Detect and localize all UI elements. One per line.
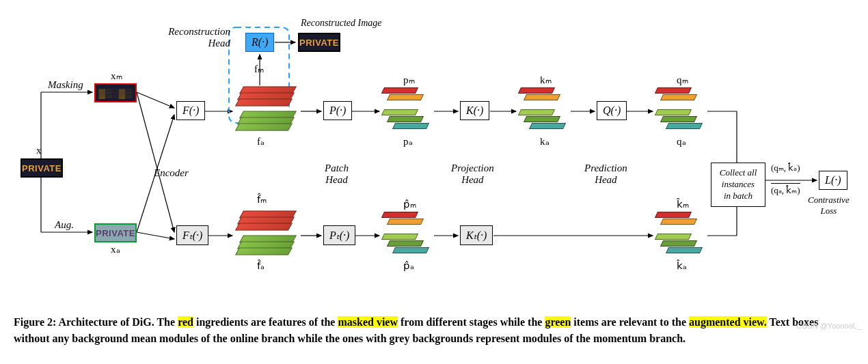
label-pair1: (qₘ, k̂ₐ) (771, 163, 800, 173)
recon-img-box: PRIVATE (298, 33, 340, 52)
label-ka-hat: k̂ₐ (677, 260, 687, 272)
figure-caption: Figure 2: Architecture of DiG. The red i… (14, 314, 854, 347)
label-ka: kₐ (540, 135, 550, 148)
collect-l1: Collect all (717, 167, 759, 179)
encoder-F: F(·) (176, 101, 205, 120)
cap-mid2: from different stages while the (398, 316, 545, 328)
svg-line-7 (137, 232, 174, 239)
label-km: kₘ (540, 74, 552, 86)
diagram-container: x PRIVATE Masking xₘ ▓▒░▓▒ Aug. xₐ PRIVA… (14, 14, 854, 300)
module-R: R(·) (245, 33, 274, 52)
label-x: x (36, 145, 42, 156)
watermark: CSDN @YoooooL_ (796, 322, 861, 330)
cap-mid1: ingredients are features of the (193, 316, 338, 328)
module-Q: Q(·) (597, 101, 627, 120)
label-fa-hat: f̂ₐ (257, 260, 265, 272)
input-image: PRIVATE (21, 158, 63, 178)
features-f-top (236, 83, 301, 135)
private-image: PRIVATE (21, 158, 63, 178)
label-xa: xₐ (111, 243, 120, 255)
label-recon-img: Reconstructed Image (301, 18, 382, 29)
label-masking: Masking (48, 79, 83, 91)
label-aug: Aug. (55, 219, 74, 231)
module-L: L(·) (819, 171, 847, 190)
arrows-layer (14, 14, 854, 300)
augmented-image: PRIVATE (94, 223, 137, 242)
label-pa-hat: p̂ₐ (403, 260, 414, 272)
svg-line-5 (137, 92, 174, 232)
label-recon-head: Reconstruction Head (162, 26, 230, 49)
label-fm-hat: f̂ₘ (257, 193, 267, 206)
encoder-Ft: Fₜ(·) (176, 225, 208, 245)
cap-red: red (178, 316, 193, 328)
label-contr-loss: Contrastive Loss (808, 195, 850, 216)
bars-q-top (656, 87, 707, 135)
label-pa: pₐ (403, 135, 413, 148)
label-qm: qₘ (677, 74, 688, 86)
bars-khat-bottom (656, 212, 707, 260)
label-qa: qₐ (677, 135, 686, 148)
module-K: K(·) (460, 101, 489, 120)
label-pm-hat: p̂ₘ (403, 198, 416, 210)
label-proj-head: Projection Head (451, 163, 494, 186)
aug-img-box: PRIVATE (94, 223, 137, 242)
label-km-hat: k̂ₘ (677, 198, 689, 210)
module-P: P(·) (323, 101, 352, 120)
cap-prefix: Figure 2: Architecture of DiG. The (14, 316, 178, 328)
masked-image: ▓▒░▓▒ (94, 83, 137, 102)
collect-l3: in batch (717, 191, 759, 202)
collect-box: Collect all instances in batch (711, 163, 765, 207)
masked-img-box: ▓▒░▓▒ (94, 83, 137, 102)
module-Kt: Kₜ(·) (460, 225, 493, 245)
features-f-bottom (236, 208, 301, 259)
bars-p-top (383, 87, 434, 135)
label-patch-head: Patch Head (325, 163, 349, 186)
cap-green: green (545, 316, 571, 328)
label-pred-head: Prediction Head (584, 163, 627, 186)
reconstructed-image: PRIVATE (298, 33, 340, 52)
cap-aug: augmented view. (689, 316, 767, 328)
cap-masked: masked view (338, 316, 398, 328)
label-xm: xₘ (111, 70, 122, 82)
collect-l2: instances (717, 179, 759, 191)
module-Pt: Pₜ(·) (323, 225, 355, 245)
label-encoder: Encoder (154, 167, 189, 179)
label-fa: fₐ (257, 135, 265, 148)
label-fm-up: fₘ (254, 63, 264, 75)
bars-k-top (519, 87, 571, 135)
bars-p-bottom (383, 212, 434, 260)
cap-mid3: items are relevant to the (571, 316, 689, 328)
label-pair2: (qₐ, k̂ₘ) (771, 183, 800, 196)
svg-line-4 (137, 92, 174, 108)
label-pm: pₘ (403, 74, 415, 86)
